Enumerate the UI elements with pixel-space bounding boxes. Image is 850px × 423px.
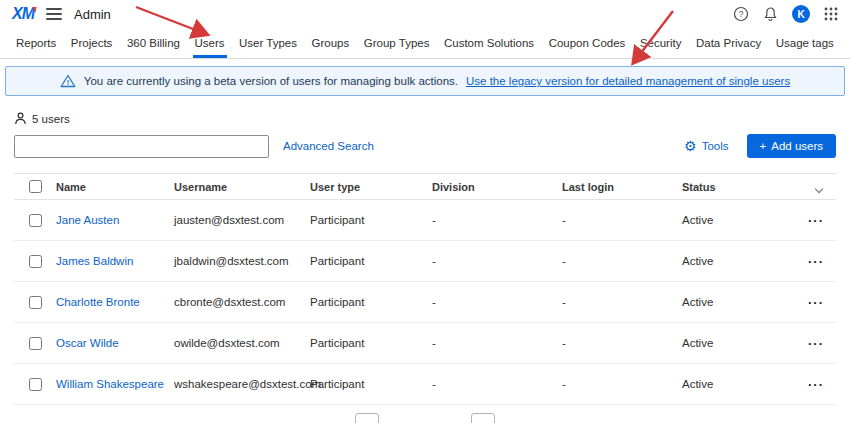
chevron-down-icon[interactable] — [815, 184, 823, 192]
cell-username: jausten@dsxtest.com — [174, 214, 310, 226]
cell-user-type: Participant — [310, 296, 432, 308]
cell-division: - — [432, 337, 562, 349]
cell-username: jbaldwin@dsxtest.com — [174, 255, 310, 267]
cell-status: Active — [682, 214, 800, 226]
tab-custom-solutions[interactable]: Custom Solutions — [442, 32, 536, 58]
xm-logo: XM — [12, 5, 34, 23]
svg-text:!: ! — [67, 78, 70, 87]
help-icon[interactable]: ? — [733, 6, 749, 22]
row-checkbox[interactable] — [29, 296, 42, 309]
cell-last-login: - — [562, 296, 682, 308]
tab-coupon-codes[interactable]: Coupon Codes — [547, 32, 628, 58]
col-header-last-login: Last login — [562, 181, 682, 193]
tab-data-privacy[interactable]: Data Privacy — [694, 32, 763, 58]
cell-last-login: - — [562, 378, 682, 390]
pagination — [0, 413, 850, 423]
cell-division: - — [432, 296, 562, 308]
tab-groups[interactable]: Groups — [310, 32, 352, 58]
cell-user-type: Participant — [310, 255, 432, 267]
tab-user-types[interactable]: User Types — [237, 32, 299, 58]
col-header-name: Name — [56, 181, 174, 193]
table-row: Oscar Wilde owilde@dsxtest.com Participa… — [14, 323, 836, 364]
users-table: Name Username User type Division Last lo… — [14, 173, 836, 405]
cell-division: - — [432, 214, 562, 226]
row-checkbox[interactable] — [29, 337, 42, 350]
table-row: Jane Austen jausten@dsxtest.com Particip… — [14, 200, 836, 241]
tab-security[interactable]: Security — [638, 32, 684, 58]
more-options-icon[interactable]: ··· — [808, 213, 824, 228]
row-checkbox[interactable] — [29, 255, 42, 268]
col-header-username: Username — [174, 181, 310, 193]
col-header-status: Status — [682, 181, 800, 193]
user-count-label: 5 users — [32, 113, 70, 125]
user-name-link[interactable]: Oscar Wilde — [56, 337, 174, 349]
tools-label: Tools — [702, 140, 729, 152]
cell-status: Active — [682, 378, 800, 390]
cell-user-type: Participant — [310, 214, 432, 226]
beta-warning-banner: ! You are currently using a beta version… — [5, 66, 845, 96]
cell-division: - — [432, 255, 562, 267]
cell-last-login: - — [562, 214, 682, 226]
table-row: Charlotte Bronte cbronte@dsxtest.com Par… — [14, 282, 836, 323]
table-header-row: Name Username User type Division Last lo… — [14, 173, 836, 200]
cell-username: cbronte@dsxtest.com — [174, 296, 310, 308]
topbar-actions: ? K — [733, 5, 838, 23]
person-icon — [14, 112, 27, 125]
cell-username: wshakespeare@dsxtest.com — [174, 378, 310, 390]
col-header-division: Division — [432, 181, 562, 193]
top-bar: XM Admin ? K — [0, 0, 850, 28]
plus-icon: + — [760, 140, 767, 152]
tab-360-billing[interactable]: 360 Billing — [125, 32, 182, 58]
tab-users[interactable]: Users — [193, 32, 227, 58]
cell-user-type: Participant — [310, 337, 432, 349]
select-all-checkbox[interactable] — [29, 180, 42, 193]
cell-username: owilde@dsxtest.com — [174, 337, 310, 349]
row-checkbox[interactable] — [29, 378, 42, 391]
tab-usage-tags[interactable]: Usage tags — [774, 32, 836, 58]
tab-reports[interactable]: Reports — [14, 32, 58, 58]
user-name-link[interactable]: Charlotte Bronte — [56, 296, 174, 308]
page-title: Admin — [74, 7, 111, 22]
table-row: William Shakespeare wshakespeare@dsxtest… — [14, 364, 836, 405]
more-options-icon[interactable]: ··· — [808, 295, 824, 310]
user-name-link[interactable]: William Shakespeare — [56, 378, 174, 390]
add-users-button[interactable]: + Add users — [747, 134, 837, 158]
svg-text:?: ? — [739, 9, 744, 19]
row-checkbox[interactable] — [29, 214, 42, 227]
user-name-link[interactable]: Jane Austen — [56, 214, 174, 226]
logo-x: X — [12, 5, 22, 22]
advanced-search-link[interactable]: Advanced Search — [283, 140, 374, 152]
main-content: 5 users Advanced Search ⚙ Tools + Add us… — [0, 112, 850, 405]
more-options-icon[interactable]: ··· — [808, 336, 824, 351]
user-name-link[interactable]: James Baldwin — [56, 255, 174, 267]
admin-nav-tabs: Reports Projects 360 Billing Users User … — [0, 28, 850, 59]
banner-text: You are currently using a beta version o… — [84, 75, 458, 87]
col-header-user-type: User type — [310, 181, 432, 193]
tools-button[interactable]: ⚙ Tools — [684, 138, 728, 154]
cell-status: Active — [682, 296, 800, 308]
tab-group-types[interactable]: Group Types — [362, 32, 432, 58]
user-count-row: 5 users — [14, 112, 836, 125]
warning-triangle-icon: ! — [60, 74, 76, 88]
cell-status: Active — [682, 255, 800, 267]
cell-status: Active — [682, 337, 800, 349]
notifications-bell-icon[interactable] — [763, 6, 778, 22]
logo-red-accent — [31, 7, 36, 13]
cell-user-type: Participant — [310, 378, 432, 390]
cell-last-login: - — [562, 337, 682, 349]
user-avatar[interactable]: K — [792, 5, 810, 23]
more-options-icon[interactable]: ··· — [808, 254, 824, 269]
gear-icon: ⚙ — [684, 138, 697, 154]
hamburger-menu-icon[interactable] — [46, 8, 62, 20]
pagination-prev-button[interactable] — [355, 413, 379, 423]
pagination-next-button[interactable] — [471, 413, 495, 423]
cell-last-login: - — [562, 255, 682, 267]
app-grid-icon[interactable] — [824, 7, 838, 21]
legacy-version-link[interactable]: Use the legacy version for detailed mana… — [466, 75, 790, 87]
cell-division: - — [432, 378, 562, 390]
search-input[interactable] — [14, 135, 269, 158]
tab-projects[interactable]: Projects — [69, 32, 115, 58]
table-row: James Baldwin jbaldwin@dsxtest.com Parti… — [14, 241, 836, 282]
more-options-icon[interactable]: ··· — [808, 377, 824, 392]
admin-users-page: XM Admin ? K Reports Projects — [0, 0, 850, 423]
